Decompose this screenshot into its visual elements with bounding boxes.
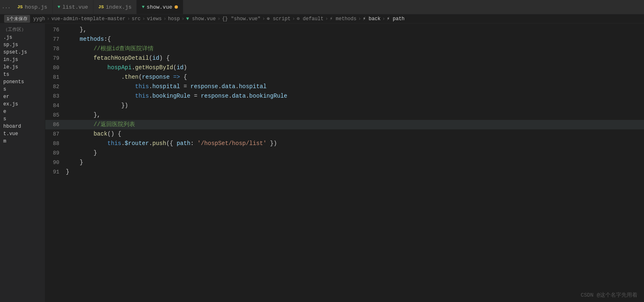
js-icon: JS bbox=[17, 5, 23, 9]
sidebar: （工作区） .js sp.js spset.js in.js le.js ts … bbox=[0, 23, 45, 302]
code-line-78: 78 //根据id查询医院详情 bbox=[45, 44, 644, 54]
breadcrumb-item-template[interactable]: vue-admin-template-master bbox=[51, 16, 126, 22]
code-line-80: 80 hospApi.getHospById(id) bbox=[45, 63, 644, 73]
breadcrumb-item-yygh[interactable]: yygh bbox=[33, 16, 45, 22]
unsaved-dot bbox=[175, 5, 178, 9]
tabs-bar: ... JS hosp.js ▼ list.vue JS index.js ▼ … bbox=[0, 0, 644, 14]
sidebar-item-5[interactable]: ts bbox=[0, 71, 45, 78]
sidebar-item-12[interactable]: hboard bbox=[0, 123, 45, 130]
breadcrumb-item-showvue-obj[interactable]: {} "show.vue" bbox=[222, 16, 261, 22]
code-line-90: 90 } bbox=[45, 158, 644, 167]
tab-label: show.vue bbox=[147, 4, 172, 10]
code-line-76: 76 }, bbox=[45, 25, 644, 35]
breadcrumb-item-hosp[interactable]: hosp bbox=[168, 16, 180, 22]
sidebar-item-13[interactable]: t.vue bbox=[0, 130, 45, 138]
code-line-89: 89 } bbox=[45, 148, 644, 158]
code-line-88: 88 this.$router.push({ path: '/hospSet/h… bbox=[45, 139, 644, 148]
breadcrumb-item-path[interactable]: ⚡ path bbox=[387, 16, 404, 22]
code-line-85: 85 }, bbox=[45, 110, 644, 120]
sidebar-item-7[interactable]: s bbox=[0, 86, 45, 93]
js-icon: JS bbox=[98, 5, 104, 9]
sidebar-item-10[interactable]: e bbox=[0, 108, 45, 115]
breadcrumb-item-back[interactable]: ⚡ back bbox=[363, 16, 380, 22]
code-line-84: 84 }) bbox=[45, 101, 644, 110]
code-line-79: 79 fetachHospDetail(id) { bbox=[45, 54, 644, 63]
sidebar-item-11[interactable]: s bbox=[0, 115, 45, 123]
code-line-91: 91 } bbox=[45, 167, 644, 177]
code-line-82: 82 this.hospital = response.data.hospita… bbox=[45, 82, 644, 91]
code-line-86: 86 //返回医院列表 bbox=[45, 120, 644, 129]
unsaved-badge: 1个未保存 bbox=[4, 15, 30, 23]
more-tabs-button[interactable]: ... bbox=[0, 0, 12, 14]
tab-label: index.js bbox=[106, 4, 131, 10]
sidebar-item-14[interactable]: m bbox=[0, 138, 45, 145]
breadcrumb-item-script[interactable]: ⊕ script bbox=[267, 16, 291, 22]
sidebar-item-9[interactable]: ex.js bbox=[0, 101, 45, 108]
tab-index-js[interactable]: JS index.js bbox=[93, 0, 137, 14]
breadcrumb-item-src[interactable]: src bbox=[132, 16, 141, 22]
vue-icon: ▼ bbox=[58, 5, 61, 9]
tab-list-vue[interactable]: ▼ list.vue bbox=[53, 0, 93, 14]
tab-show-vue[interactable]: ▼ show.vue bbox=[137, 0, 183, 14]
sidebar-label: （工作区） bbox=[0, 25, 45, 34]
code-editor[interactable]: 76 }, 77 methods:{ 78 //根据id查询医院详情 79 fe… bbox=[45, 23, 644, 302]
code-line-77: 77 methods:{ bbox=[45, 35, 644, 44]
sidebar-item-6[interactable]: ponents bbox=[0, 78, 45, 86]
sidebar-item-2[interactable]: spset.js bbox=[0, 49, 45, 56]
tab-hosp-js[interactable]: JS hosp.js bbox=[12, 0, 53, 14]
sidebar-section: （工作区） .js sp.js spset.js in.js le.js ts … bbox=[0, 23, 45, 147]
sidebar-item-3[interactable]: in.js bbox=[0, 56, 45, 63]
vue-icon: ▼ bbox=[142, 5, 145, 9]
watermark: CSDN @这个名字先用着 bbox=[581, 291, 637, 299]
sidebar-item-1[interactable]: sp.js bbox=[0, 41, 45, 49]
code-lines: 76 }, 77 methods:{ 78 //根据id查询医院详情 79 fe… bbox=[45, 23, 644, 177]
code-line-81: 81 .then(response => { bbox=[45, 73, 644, 82]
tab-label: list.vue bbox=[62, 4, 88, 10]
breadcrumb-item-default[interactable]: ⊙ default bbox=[297, 16, 324, 22]
tab-label: hosp.js bbox=[25, 4, 47, 10]
sidebar-item-0[interactable]: .js bbox=[0, 34, 45, 41]
sidebar-item-8[interactable]: er bbox=[0, 93, 45, 101]
main-layout: （工作区） .js sp.js spset.js in.js le.js ts … bbox=[0, 23, 644, 302]
sidebar-item-4[interactable]: le.js bbox=[0, 63, 45, 71]
breadcrumb-item-showvue[interactable]: ▼ show.vue bbox=[186, 16, 216, 22]
breadcrumb-item-views[interactable]: views bbox=[147, 16, 162, 22]
code-line-83: 83 this.bookingRule = response.data.book… bbox=[45, 91, 644, 101]
breadcrumb: 1个未保存 yygh › vue-admin-template-master ›… bbox=[0, 14, 644, 23]
breadcrumb-item-methods[interactable]: ⚡ methods bbox=[330, 16, 357, 22]
code-line-87: 87 back() { bbox=[45, 129, 644, 139]
